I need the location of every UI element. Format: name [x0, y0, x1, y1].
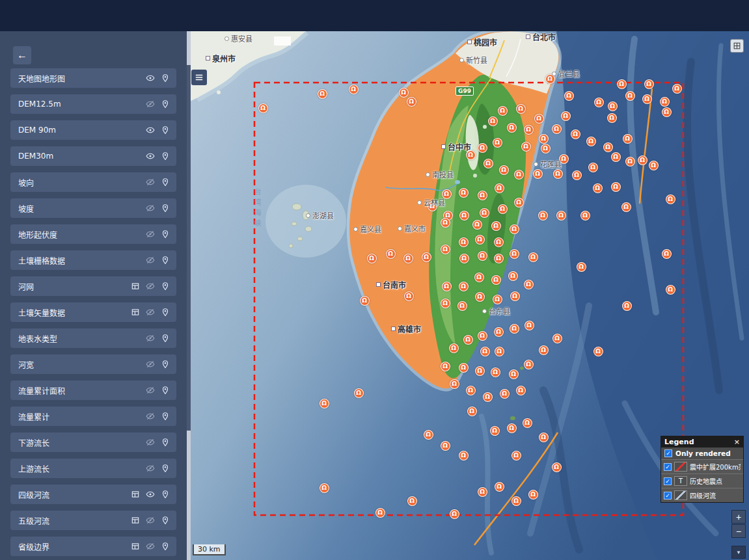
earthquake-marker[interactable]: Ω: [498, 106, 508, 116]
earthquake-marker[interactable]: Ω: [498, 204, 508, 214]
earthquake-marker[interactable]: Ω: [407, 97, 416, 107]
earthquake-marker[interactable]: Ω: [528, 252, 538, 262]
zoom-to-layer-icon[interactable]: [161, 386, 170, 395]
attribute-table-icon[interactable]: [131, 516, 140, 525]
earthquake-marker[interactable]: Ω: [511, 496, 521, 506]
earthquake-marker[interactable]: Ω: [320, 483, 329, 493]
zoom-to-layer-icon[interactable]: [161, 230, 170, 239]
earthquake-marker[interactable]: Ω: [552, 462, 562, 472]
layer-item[interactable]: 坡度: [10, 198, 176, 218]
layer-item[interactable]: 天地图地形图: [10, 68, 176, 88]
zoom-to-layer-icon[interactable]: [161, 100, 170, 109]
earthquake-marker[interactable]: Ω: [524, 280, 534, 289]
earthquake-marker[interactable]: Ω: [545, 74, 555, 84]
zoom-to-layer-icon[interactable]: [161, 308, 170, 317]
earthquake-marker[interactable]: Ω: [441, 441, 450, 451]
earthquake-marker[interactable]: Ω: [474, 273, 484, 282]
earthquake-marker[interactable]: Ω: [386, 249, 396, 259]
earthquake-marker[interactable]: Ω: [360, 296, 370, 306]
earthquake-marker[interactable]: Ω: [441, 362, 450, 371]
collapse-button[interactable]: ▼: [731, 546, 746, 559]
earthquake-marker[interactable]: Ω: [449, 343, 459, 353]
earthquake-marker[interactable]: Ω: [521, 142, 531, 152]
earthquake-marker[interactable]: Ω: [480, 208, 489, 218]
layer-item[interactable]: DEM 90m: [10, 120, 176, 140]
earthquake-marker[interactable]: Ω: [478, 251, 487, 261]
earthquake-marker[interactable]: Ω: [495, 482, 504, 492]
visibility-on-icon[interactable]: [146, 126, 155, 135]
earthquake-marker[interactable]: Ω: [552, 124, 562, 134]
earthquake-marker[interactable]: Ω: [459, 188, 469, 198]
zoom-to-layer-icon[interactable]: [161, 334, 170, 343]
earthquake-marker[interactable]: Ω: [467, 407, 477, 416]
legend-close-icon[interactable]: ×: [734, 438, 740, 446]
visibility-off-icon[interactable]: [146, 516, 155, 525]
basemap-switch-button[interactable]: [730, 39, 744, 53]
map-area[interactable]: ΩΩΩΩΩΩΩΩΩΩΩΩΩΩΩΩΩΩΩΩΩΩΩΩΩΩΩΩΩΩΩΩΩΩΩΩΩΩΩΩ…: [187, 31, 749, 560]
earthquake-marker[interactable]: Ω: [407, 496, 417, 506]
earthquake-marker[interactable]: Ω: [428, 202, 437, 211]
visibility-on-icon[interactable]: [146, 152, 155, 161]
earthquake-marker[interactable]: Ω: [666, 285, 675, 295]
visibility-off-icon[interactable]: [146, 282, 155, 291]
layer-item[interactable]: 河网: [10, 276, 176, 296]
earthquake-marker[interactable]: Ω: [577, 262, 586, 272]
earthquake-marker[interactable]: Ω: [459, 237, 469, 247]
earthquake-marker[interactable]: Ω: [493, 295, 502, 304]
visibility-off-icon[interactable]: [146, 542, 155, 551]
visibility-off-icon[interactable]: [146, 100, 155, 109]
earthquake-marker[interactable]: Ω: [625, 157, 635, 167]
layer-item[interactable]: 流量累计: [10, 407, 176, 426]
earthquake-marker[interactable]: Ω: [524, 360, 534, 369]
only-rendered-checkbox[interactable]: ✓: [664, 449, 672, 457]
earthquake-marker[interactable]: Ω: [553, 169, 563, 179]
earthquake-marker[interactable]: Ω: [457, 301, 467, 311]
layer-item[interactable]: 下游流长: [10, 433, 176, 452]
zoom-to-layer-icon[interactable]: [161, 516, 170, 525]
earthquake-marker[interactable]: Ω: [524, 321, 534, 330]
earthquake-marker[interactable]: Ω: [320, 399, 329, 408]
earthquake-marker[interactable]: Ω: [511, 451, 521, 460]
earthquake-marker[interactable]: Ω: [495, 347, 504, 356]
earthquake-marker[interactable]: Ω: [559, 154, 569, 164]
earthquake-marker[interactable]: Ω: [649, 161, 659, 170]
earthquake-marker[interactable]: Ω: [475, 292, 485, 302]
earthquake-marker[interactable]: Ω: [514, 198, 524, 207]
visibility-off-icon[interactable]: [146, 178, 155, 187]
zoom-to-layer-icon[interactable]: [161, 464, 170, 473]
earthquake-marker[interactable]: Ω: [494, 327, 504, 337]
earthquake-marker[interactable]: Ω: [399, 88, 409, 98]
earthquake-marker[interactable]: Ω: [588, 163, 598, 172]
earthquake-marker[interactable]: Ω: [441, 218, 450, 228]
earthquake-marker[interactable]: Ω: [441, 299, 450, 308]
zoom-to-layer-icon[interactable]: [161, 178, 170, 187]
earthquake-marker[interactable]: Ω: [561, 111, 571, 121]
zoom-to-layer-icon[interactable]: [161, 282, 170, 291]
earthquake-marker[interactable]: Ω: [450, 509, 459, 519]
layer-item[interactable]: 流量累计面积: [10, 380, 176, 400]
earthquake-marker[interactable]: Ω: [494, 237, 504, 247]
earthquake-marker[interactable]: Ω: [516, 104, 526, 114]
earthquake-marker[interactable]: Ω: [538, 211, 548, 220]
earthquake-marker[interactable]: Ω: [539, 134, 549, 144]
earthquake-marker[interactable]: Ω: [534, 114, 544, 124]
earthquake-marker[interactable]: Ω: [622, 301, 632, 311]
earthquake-marker[interactable]: Ω: [483, 159, 493, 168]
earthquake-marker[interactable]: Ω: [617, 79, 627, 89]
zoom-to-layer-icon[interactable]: [161, 490, 170, 499]
earthquake-marker[interactable]: Ω: [491, 221, 501, 231]
earthquake-marker[interactable]: Ω: [475, 366, 485, 376]
layer-item[interactable]: 地表水类型: [10, 328, 176, 348]
earthquake-marker[interactable]: Ω: [349, 85, 359, 94]
zoom-to-layer-icon[interactable]: [161, 438, 170, 447]
earthquake-marker[interactable]: Ω: [424, 430, 433, 440]
earthquake-marker[interactable]: Ω: [571, 129, 580, 139]
visibility-off-icon[interactable]: [146, 230, 155, 239]
visibility-off-icon[interactable]: [146, 256, 155, 265]
layer-item[interactable]: 五级河流: [10, 511, 176, 530]
earthquake-marker[interactable]: Ω: [594, 98, 604, 107]
zoom-to-layer-icon[interactable]: [161, 126, 170, 135]
earthquake-marker[interactable]: Ω: [510, 224, 519, 234]
layer-item[interactable]: 河宽: [10, 354, 176, 374]
earthquake-marker[interactable]: Ω: [459, 451, 469, 460]
